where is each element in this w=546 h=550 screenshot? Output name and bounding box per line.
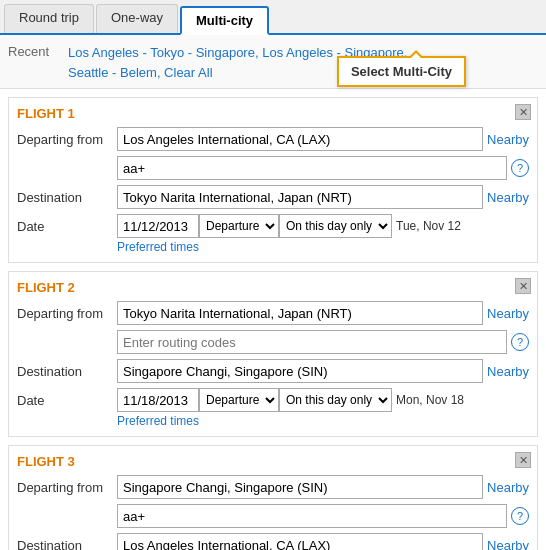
flight-2-preferred-times[interactable]: Preferred times bbox=[117, 414, 529, 428]
flight-1-date-label: Date bbox=[17, 219, 117, 234]
flight-1-help-icon[interactable]: ? bbox=[511, 159, 529, 177]
flight-3-destination-wrap: Nearby bbox=[117, 533, 529, 550]
flight-2-date-label: Date bbox=[17, 393, 117, 408]
select-multi-city-tooltip: Select Multi-City bbox=[337, 56, 466, 87]
recent-link-clear-all[interactable]: Clear All bbox=[164, 65, 212, 80]
flight-3-departing-row: Departing from Nearby bbox=[17, 475, 529, 499]
flight-1-routing-input[interactable] bbox=[117, 156, 507, 180]
flight-2-departing-label: Departing from bbox=[17, 306, 117, 321]
flight-1-departing-nearby[interactable]: Nearby bbox=[487, 132, 529, 147]
flight-1-destination-wrap: Nearby bbox=[117, 185, 529, 209]
recent-link-seattle-belem[interactable]: Seattle - Belem bbox=[68, 65, 157, 80]
flight-2-destination-label: Destination bbox=[17, 364, 117, 379]
flight-1-routing-row: ? bbox=[17, 156, 529, 180]
flight-1-day-only-select[interactable]: On this day only bbox=[279, 214, 392, 238]
flight-2-date-input[interactable] bbox=[117, 388, 199, 412]
flight-3-close-button[interactable]: ✕ bbox=[515, 452, 531, 468]
flight-1-section: ✕ FLIGHT 1 Departing from Nearby ? Desti… bbox=[8, 97, 538, 263]
flight-3-departing-input[interactable] bbox=[117, 475, 483, 499]
flight-3-departing-label: Departing from bbox=[17, 480, 117, 495]
flight-3-header: FLIGHT 3 bbox=[17, 454, 529, 469]
flight-2-day-only-select[interactable]: On this day only bbox=[279, 388, 392, 412]
flight-2-departing-row: Departing from Nearby bbox=[17, 301, 529, 325]
flight-1-departing-row: Departing from Nearby bbox=[17, 127, 529, 151]
tabs-bar: Round trip One-way Multi-city bbox=[0, 0, 546, 35]
flight-2-help-icon[interactable]: ? bbox=[511, 333, 529, 351]
flight-1-preferred-times[interactable]: Preferred times bbox=[117, 240, 529, 254]
flight-3-section: ✕ FLIGHT 3 Departing from Nearby ? Desti… bbox=[8, 445, 538, 550]
flight-2-date-row: Date Departure On this day only Mon, Nov… bbox=[17, 388, 529, 412]
tab-one-way[interactable]: One-way bbox=[96, 4, 178, 33]
flight-3-routing-input[interactable] bbox=[117, 504, 507, 528]
flight-3-destination-input[interactable] bbox=[117, 533, 483, 550]
flight-1-departing-input[interactable] bbox=[117, 127, 483, 151]
flight-3-routing-wrap: ? bbox=[117, 504, 529, 528]
flight-2-close-button[interactable]: ✕ bbox=[515, 278, 531, 294]
flight-2-header: FLIGHT 2 bbox=[17, 280, 529, 295]
flight-3-departing-wrap: Nearby bbox=[117, 475, 529, 499]
recent-link-la-tokyo-singapore[interactable]: Los Angeles - Tokyo - Singapore bbox=[68, 45, 255, 60]
flight-1-header: FLIGHT 1 bbox=[17, 106, 529, 121]
flight-2-destination-nearby[interactable]: Nearby bbox=[487, 364, 529, 379]
flight-2-section: ✕ FLIGHT 2 Departing from Nearby ? Desti… bbox=[8, 271, 538, 437]
flight-3-destination-row: Destination Nearby bbox=[17, 533, 529, 550]
tab-round-trip[interactable]: Round trip bbox=[4, 4, 94, 33]
flight-3-routing-row: ? bbox=[17, 504, 529, 528]
flight-1-routing-wrap: ? bbox=[117, 156, 529, 180]
flight-1-destination-row: Destination Nearby bbox=[17, 185, 529, 209]
flight-2-destination-row: Destination Nearby bbox=[17, 359, 529, 383]
flight-1-destination-label: Destination bbox=[17, 190, 117, 205]
flight-3-destination-label: Destination bbox=[17, 538, 117, 551]
flight-1-destination-input[interactable] bbox=[117, 185, 483, 209]
flight-2-destination-input[interactable] bbox=[117, 359, 483, 383]
flight-1-departing-wrap: Nearby bbox=[117, 127, 529, 151]
flight-3-help-icon[interactable]: ? bbox=[511, 507, 529, 525]
flight-1-date-row: Date Departure On this day only Tue, Nov… bbox=[17, 214, 529, 238]
flight-2-day-label: Mon, Nov 18 bbox=[396, 393, 464, 407]
flight-1-departure-select[interactable]: Departure bbox=[199, 214, 279, 238]
flight-1-destination-nearby[interactable]: Nearby bbox=[487, 190, 529, 205]
flight-1-departing-label: Departing from bbox=[17, 132, 117, 147]
tab-multi-city[interactable]: Multi-city bbox=[180, 6, 269, 35]
flight-2-departing-nearby[interactable]: Nearby bbox=[487, 306, 529, 321]
flight-2-departing-wrap: Nearby bbox=[117, 301, 529, 325]
flight-2-departing-input[interactable] bbox=[117, 301, 483, 325]
flight-2-departure-select[interactable]: Departure bbox=[199, 388, 279, 412]
flight-3-destination-nearby[interactable]: Nearby bbox=[487, 538, 529, 551]
flight-1-close-button[interactable]: ✕ bbox=[515, 104, 531, 120]
flight-3-departing-nearby[interactable]: Nearby bbox=[487, 480, 529, 495]
flight-2-routing-input[interactable] bbox=[117, 330, 507, 354]
flight-2-destination-wrap: Nearby bbox=[117, 359, 529, 383]
flight-1-date-input[interactable] bbox=[117, 214, 199, 238]
flight-1-day-label: Tue, Nov 12 bbox=[396, 219, 461, 233]
flight-2-routing-wrap: ? bbox=[117, 330, 529, 354]
flight-2-routing-row: ? bbox=[17, 330, 529, 354]
recent-label: Recent bbox=[8, 43, 68, 59]
